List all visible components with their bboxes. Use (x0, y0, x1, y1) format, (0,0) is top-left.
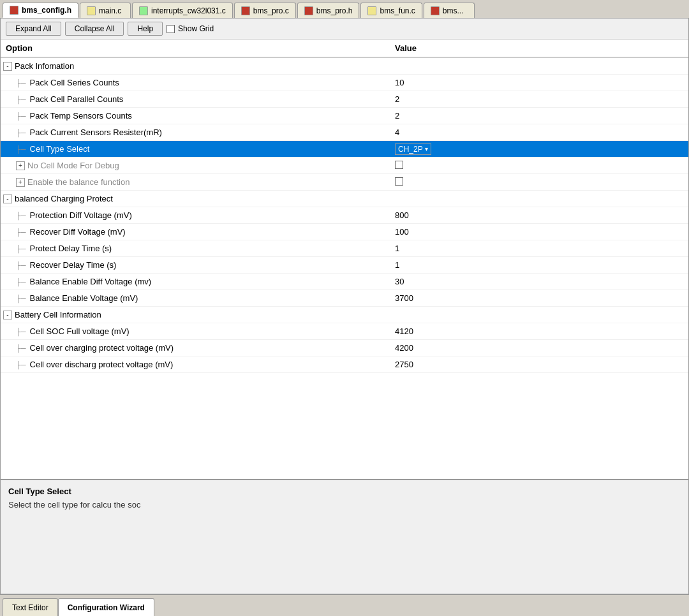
expand-all-button[interactable]: Expand All (6, 22, 61, 36)
expand-icon-balanced-charging-section[interactable]: - (3, 194, 12, 203)
tree-line-cell-soc-full-voltage: ├─ (16, 328, 26, 335)
option-cell-battery-cell-section: -Battery Cell Information (1, 309, 390, 321)
value-cell-no-cell-mode (390, 159, 688, 172)
config-row-balanced-charging-section[interactable]: -balanced Charging Protect (1, 191, 688, 207)
option-cell-pack-cell-series: ├─Pack Cell Series Counts (1, 77, 390, 89)
value-cell-cell-type-select: CH_2P▾ (390, 142, 688, 156)
bottom-tab-text-editor[interactable]: Text Editor (3, 598, 58, 616)
show-grid-checkbox[interactable] (167, 25, 175, 33)
row-label-cell-soc-full-voltage: Cell SOC Full voltage (mV) (30, 326, 130, 336)
config-row-recover-delay-time[interactable]: ├─Recover Delay Time (s)1 (1, 257, 688, 274)
expand-icon-battery-cell-section[interactable]: - (3, 311, 12, 319)
config-row-battery-cell-section[interactable]: -Battery Cell Information (1, 307, 688, 323)
row-label-pack-info-section: Pack Infomation (15, 61, 74, 71)
tab-icon-bms_pro_c (241, 6, 250, 15)
option-cell-pack-temp-sensors: ├─Pack Temp Sensors Counts (1, 110, 390, 122)
row-label-balance-enable-voltage: Balance Enable Voltage (mV) (30, 293, 138, 303)
row-label-recover-delay-time: Recover Delay Time (s) (30, 260, 117, 270)
config-row-protection-diff-voltage[interactable]: ├─Protection Diff Voltage (mV)800 (1, 207, 688, 224)
option-cell-cell-soc-full-voltage: ├─Cell SOC Full voltage (mV) (1, 325, 390, 337)
option-cell-cell-over-discharg: ├─Cell over discharg protect voltage (mV… (1, 358, 390, 370)
tab-bms_fun_c[interactable]: bms_fun.c (360, 3, 422, 18)
value-cell-protect-delay-time: 1 (390, 242, 688, 254)
value-cell-balanced-charging-section (390, 198, 688, 200)
bottom-tab-bar: Text EditorConfiguration Wizard (0, 594, 689, 616)
config-row-protect-delay-time[interactable]: ├─Protect Delay Time (s)1 (1, 240, 688, 257)
value-cell-pack-current-sensors: 4 (390, 126, 688, 138)
option-cell-recover-diff-voltage: ├─Recover Diff Voltage (mV) (1, 226, 390, 238)
config-row-cell-over-discharg[interactable]: ├─Cell over discharg protect voltage (mV… (1, 356, 688, 373)
config-table-header: Option Value (1, 40, 688, 58)
tree-line-recover-delay-time: ├─ (16, 261, 26, 269)
option-cell-balanced-charging-section: -balanced Charging Protect (1, 193, 390, 205)
tab-label-main_c: main.c (99, 6, 121, 15)
row-label-pack-current-sensors: Pack Current Sensors Resister(mR) (30, 128, 162, 137)
option-cell-enable-balance: +Enable the balance function (1, 176, 390, 188)
value-cell-pack-info-section (390, 65, 688, 68)
expand-icon-pack-info-section[interactable]: - (3, 62, 12, 71)
config-row-cell-soc-full-voltage[interactable]: ├─Cell SOC Full voltage (mV)4120 (1, 323, 688, 340)
option-cell-recover-delay-time: ├─Recover Delay Time (s) (1, 259, 390, 271)
value-cell-cell-soc-full-voltage: 4120 (390, 325, 688, 337)
tab-label-bms_more: bms... (443, 6, 464, 15)
config-row-pack-cell-series[interactable]: ├─Pack Cell Series Counts10 (1, 75, 688, 91)
tree-line-pack-cell-series: ├─ (16, 79, 26, 87)
option-cell-no-cell-mode: +No Cell Mode For Debug (1, 159, 390, 172)
collapse-all-button[interactable]: Collapse All (65, 22, 124, 36)
row-label-pack-cell-series: Pack Cell Series Counts (30, 78, 119, 87)
value-cell-cell-over-discharg: 2750 (390, 358, 688, 370)
tab-bms_config_h[interactable]: bms_config.h (3, 3, 78, 18)
header-value: Value (390, 42, 688, 54)
option-cell-balance-enable-voltage: ├─Balance Enable Voltage (mV) (1, 292, 390, 304)
bottom-tab-config-wizard[interactable]: Configuration Wizard (58, 598, 154, 616)
row-label-pack-cell-parallel: Pack Cell Parallel Counts (30, 94, 124, 104)
config-row-pack-temp-sensors[interactable]: ├─Pack Temp Sensors Counts2 (1, 108, 688, 124)
dropdown-text-cell-type-select: CH_2P (398, 145, 423, 154)
expand-icon-no-cell-mode[interactable]: + (16, 161, 25, 170)
show-grid-label: Show Grid (178, 24, 214, 33)
tab-label-interrupts_cw32l031_c: interrupts_cw32l031.c (151, 6, 226, 15)
config-row-pack-current-sensors[interactable]: ├─Pack Current Sensors Resister(mR)4 (1, 124, 688, 141)
tab-icon-main_c (87, 6, 96, 15)
row-label-protect-delay-time: Protect Delay Time (s) (30, 244, 112, 253)
help-button[interactable]: Help (128, 22, 163, 36)
option-cell-balance-enable-diff-voltage: ├─Balance Enable Diff Voltage (mv) (1, 275, 390, 288)
tab-label-bms_pro_h: bms_pro.h (316, 6, 353, 15)
config-row-recover-diff-voltage[interactable]: ├─Recover Diff Voltage (mV)100 (1, 224, 688, 240)
tree-line-cell-type-select: ├─ (16, 145, 26, 153)
tree-line-cell-over-charging: ├─ (16, 344, 26, 352)
checkbox-enable-balance[interactable] (395, 177, 403, 186)
checkbox-no-cell-mode[interactable] (395, 161, 403, 169)
dropdown-arrow-cell-type-select[interactable]: ▾ (425, 145, 428, 152)
config-row-pack-cell-parallel[interactable]: ├─Pack Cell Parallel Counts2 (1, 91, 688, 108)
option-cell-pack-info-section: -Pack Infomation (1, 60, 390, 72)
tree-line-protection-diff-voltage: ├─ (16, 212, 26, 219)
tab-label-bms_pro_c: bms_pro.c (253, 6, 289, 15)
config-row-no-cell-mode[interactable]: +No Cell Mode For Debug (1, 158, 688, 174)
tree-line-pack-current-sensors: ├─ (16, 129, 26, 136)
dropdown-cell-type-select[interactable]: CH_2P▾ (395, 143, 683, 155)
value-cell-pack-cell-series: 10 (390, 77, 688, 89)
dropdown-value-cell-type-select[interactable]: CH_2P▾ (395, 143, 431, 155)
option-cell-pack-current-sensors: ├─Pack Current Sensors Resister(mR) (1, 126, 390, 138)
value-cell-cell-over-charging: 4200 (390, 342, 688, 354)
tab-bms_pro_h[interactable]: bms_pro.h (297, 3, 360, 18)
tab-bms_more[interactable]: bms... (424, 3, 475, 18)
config-row-balance-enable-diff-voltage[interactable]: ├─Balance Enable Diff Voltage (mv)30 (1, 274, 688, 290)
tab-bar: bms_config.hmain.cinterrupts_cw32l031.cb… (0, 0, 689, 18)
config-row-cell-over-charging[interactable]: ├─Cell over charging protect voltage (mV… (1, 340, 688, 356)
tab-label-bms_config_h: bms_config.h (22, 6, 71, 15)
tab-interrupts_cw32l031_c[interactable]: interrupts_cw32l031.c (132, 3, 233, 18)
tab-bms_pro_c[interactable]: bms_pro.c (234, 3, 296, 18)
option-cell-protect-delay-time: ├─Protect Delay Time (s) (1, 242, 390, 254)
value-cell-enable-balance (390, 176, 688, 189)
option-cell-protection-diff-voltage: ├─Protection Diff Voltage (mV) (1, 209, 390, 221)
config-row-pack-info-section[interactable]: -Pack Infomation (1, 58, 688, 75)
expand-icon-enable-balance[interactable]: + (16, 178, 25, 187)
config-row-cell-type-select[interactable]: ├─Cell Type SelectCH_2P▾ (1, 141, 688, 158)
value-cell-balance-enable-diff-voltage: 30 (390, 275, 688, 288)
config-row-enable-balance[interactable]: +Enable the balance function (1, 174, 688, 191)
tree-line-pack-temp-sensors: ├─ (16, 112, 26, 120)
config-row-balance-enable-voltage[interactable]: ├─Balance Enable Voltage (mV)3700 (1, 290, 688, 307)
tab-main_c[interactable]: main.c (80, 3, 131, 18)
